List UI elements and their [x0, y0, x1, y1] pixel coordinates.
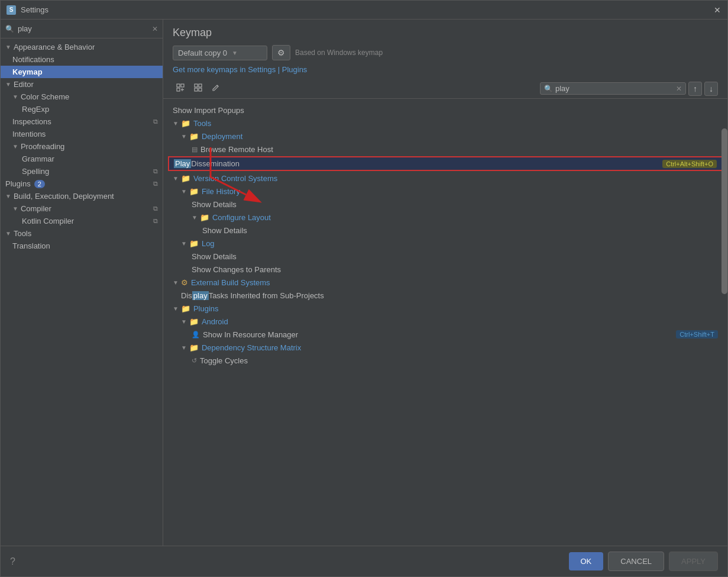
footer: ? OK CANCEL APPLY: [1, 546, 727, 576]
sidebar-item-label: Compiler: [21, 204, 51, 213]
sidebar-search-input[interactable]: [18, 24, 148, 33]
content-search-field: 🔍 ✕: [540, 82, 686, 95]
expand-arrow: ▼: [12, 205, 18, 212]
scrollbar-thumb[interactable]: [721, 128, 727, 294]
svg-rect-1: [181, 84, 184, 87]
list-item[interactable]: Show Details: [163, 250, 727, 263]
list-item[interactable]: ▼ 📁 Android: [163, 315, 727, 328]
sidebar-item-regexp[interactable]: RegExp: [1, 103, 163, 115]
sidebar-item-translation[interactable]: Translation: [1, 240, 163, 252]
content-search-input[interactable]: [555, 84, 674, 93]
item-label: Show Import Popups: [173, 106, 244, 115]
list-item[interactable]: ▼ 📁 Tools: [163, 117, 727, 130]
plugins-link-row: Get more keymaps in Settings | Plugins: [173, 65, 718, 74]
item-label: File History: [202, 187, 240, 196]
folder-icon: ⚙: [181, 278, 188, 287]
item-label: Show Changes to Parents: [192, 265, 281, 274]
keymap-dropdown[interactable]: Default copy 0 ▼: [173, 46, 267, 60]
item-label-suffix: Dissemination: [191, 159, 240, 168]
list-item[interactable]: ▼ 📁 Plugins: [163, 302, 727, 315]
content-area: Show Import Popups ▼ 📁 Tools ▼ 📁 Deploym…: [163, 99, 727, 546]
sidebar-item-notifications[interactable]: Notifications: [1, 53, 163, 66]
item-label-suffix: Tasks Inherited from Sub-Projects: [209, 291, 324, 300]
item-label-highlight: play: [192, 291, 209, 300]
sidebar-item-intentions[interactable]: Intentions: [1, 128, 163, 140]
expand-arrow-icon: ▼: [181, 344, 187, 351]
sidebar-item-plugins[interactable]: Plugins 2 ⧉: [1, 178, 163, 190]
title-bar: S Settings ✕: [1, 1, 727, 20]
ok-button[interactable]: OK: [569, 552, 604, 570]
close-button[interactable]: ✕: [713, 6, 721, 14]
sidebar-item-label: Tools: [14, 229, 31, 238]
person-icon: 👤: [192, 331, 200, 339]
folder-icon: 📁: [181, 119, 190, 128]
sidebar-item-label: Keymap: [12, 67, 43, 76]
expand-all-button[interactable]: [190, 81, 206, 96]
expand-arrow-icon: ▼: [173, 120, 179, 127]
item-label: Show Details: [202, 226, 247, 235]
sidebar-item-inspections[interactable]: Inspections ⧉: [1, 115, 163, 128]
svg-rect-0: [177, 84, 180, 87]
folder-icon: 📁: [189, 317, 199, 326]
list-item[interactable]: ▼ ⚙ External Build Systems: [163, 276, 727, 289]
gear-button[interactable]: ⚙: [272, 45, 290, 60]
search-icon: 🔍: [5, 25, 14, 33]
toolbar-row: 🔍 ✕ ↑ ↓: [163, 79, 727, 99]
app-icon: S: [7, 5, 16, 15]
item-label: Browse Remote Host: [200, 145, 273, 154]
list-item[interactable]: Show Details: [163, 224, 727, 237]
edit-button[interactable]: [208, 81, 224, 96]
sidebar-item-proofreading[interactable]: ▼ Proofreading: [1, 140, 163, 153]
list-item[interactable]: ▼ 📁 File History: [163, 185, 727, 198]
sidebar-item-editor[interactable]: ▼ Editor: [1, 78, 163, 91]
cancel-button[interactable]: CANCEL: [608, 552, 664, 571]
help-button[interactable]: ?: [10, 556, 15, 567]
keybinding-badge: Ctrl+Alt+Shift+O: [662, 160, 717, 168]
apply-button[interactable]: APPLY: [669, 552, 718, 571]
list-item[interactable]: ▼ 📁 Dependency Structure Matrix: [163, 341, 727, 354]
sidebar-item-keymap[interactable]: Keymap: [1, 66, 163, 78]
expand-arrow-icon: ▼: [173, 305, 179, 312]
expand-arrow: ▼: [12, 94, 18, 100]
sidebar-item-build[interactable]: ▼ Build, Execution, Deployment: [1, 190, 163, 202]
play-dissemination-item[interactable]: PlayDissemination Ctrl+Alt+Shift+O: [168, 156, 723, 171]
item-label: Deployment: [202, 132, 242, 141]
copy-icon: ⧉: [153, 217, 158, 225]
sidebar-item-label: Notifications: [12, 55, 54, 64]
plugins-badge: 2: [34, 180, 45, 188]
plugins-link[interactable]: Get more keymaps in Settings | Plugins: [173, 65, 307, 74]
sidebar-item-label: Color Scheme: [21, 92, 69, 101]
expand-arrow-icon: ▼: [181, 318, 187, 325]
list-item[interactable]: ▼ 📁 Log: [163, 237, 727, 250]
next-match-button[interactable]: ↓: [704, 82, 718, 96]
list-item[interactable]: Show Changes to Parents: [163, 263, 727, 276]
folder-icon: 📁: [181, 304, 190, 313]
dropdown-arrow-icon: ▼: [232, 50, 238, 56]
list-item[interactable]: ▤ Browse Remote Host: [163, 143, 727, 156]
folder-icon: 📁: [200, 213, 209, 222]
list-item[interactable]: 👤 Show In Resource Manager Ctrl+Shift+T: [163, 328, 727, 341]
sidebar-search-clear[interactable]: ✕: [152, 25, 158, 33]
sidebar-item-color-scheme[interactable]: ▼ Color Scheme: [1, 91, 163, 103]
list-item[interactable]: ▼ 📁 Deployment: [163, 130, 727, 143]
collapse-all-button[interactable]: [173, 81, 188, 96]
list-item[interactable]: Show Details: [163, 198, 727, 211]
search-icon-content: 🔍: [544, 85, 553, 93]
sidebar-item-label: Kotlin Compiler: [22, 217, 74, 225]
sidebar-item-grammar[interactable]: Grammar: [1, 153, 163, 165]
sidebar-item-kotlin-compiler[interactable]: Kotlin Compiler ⧉: [1, 215, 163, 227]
content-search-close[interactable]: ✕: [676, 85, 682, 93]
folder-icon: 📁: [189, 187, 199, 196]
sidebar-item-compiler[interactable]: ▼ Compiler ⧉: [1, 202, 163, 215]
svg-rect-8: [199, 88, 202, 91]
sidebar-item-tools[interactable]: ▼ Tools: [1, 227, 163, 240]
prev-match-button[interactable]: ↑: [688, 82, 702, 96]
window-title: Settings: [21, 5, 713, 14]
list-item[interactable]: ▼ 📁 Configure Layout: [163, 211, 727, 224]
sidebar-item-spelling[interactable]: Spelling ⧉: [1, 165, 163, 178]
list-item[interactable]: ↺ Toggle Cycles: [163, 354, 727, 367]
list-item[interactable]: Show Import Popups: [163, 104, 727, 117]
sidebar-item-appearance[interactable]: ▼ Appearance & Behavior: [1, 41, 163, 53]
list-item[interactable]: ▼ 📁 Version Control Systems: [163, 172, 727, 185]
list-item[interactable]: Display Tasks Inherited from Sub-Project…: [163, 289, 727, 302]
